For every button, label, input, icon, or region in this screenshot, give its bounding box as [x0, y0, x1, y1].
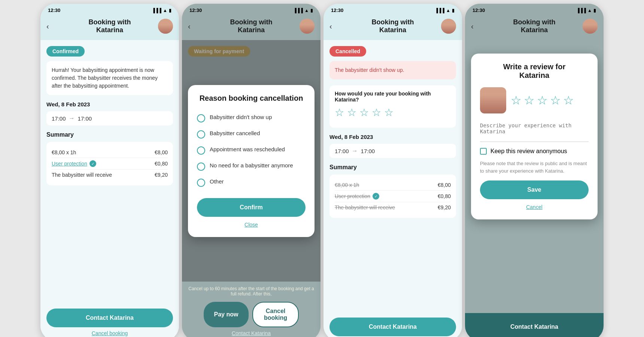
confirm-button[interactable]: Confirm [197, 198, 306, 217]
signal-icon-3: ▐▐▐ [435, 8, 445, 13]
close-link[interactable]: Close [244, 222, 258, 228]
radio-option-4[interactable]: No need for a babysitter anymore [197, 158, 306, 174]
header-2: ‹ Booking withKatarina [182, 15, 321, 40]
phone-screen-2: 12:30 ▐▐▐ ▲ ▮ ‹ Booking withKatarina Wai… [182, 4, 321, 337]
star-2-3[interactable]: ☆ [347, 106, 356, 119]
phone-screen-3: 12:30 ▐▐▐ ▲ ▮ ‹ Booking withKatarina Can… [323, 4, 462, 337]
review-star-4[interactable]: ☆ [550, 93, 561, 107]
time-to-1: 17:00 [78, 115, 92, 122]
summary-row-3a: €8,00 x 1h €8,00 [335, 180, 451, 190]
back-button-2[interactable]: ‹ [188, 22, 191, 31]
review-star-3[interactable]: ☆ [537, 93, 548, 107]
radio-label-1: Babysitter didn't show up [210, 114, 272, 120]
summary-label-3b: User protection [335, 193, 370, 199]
time-from-1: 17:00 [52, 115, 66, 122]
summary-value-3a: €8,00 [438, 182, 451, 188]
signal-icon-2: ▐▐▐ [294, 8, 303, 13]
anonymous-label: Keep this review anonymous [490, 148, 567, 155]
star-1-3[interactable]: ☆ [335, 106, 344, 119]
radio-option-2[interactable]: Babysitter cancelled [197, 126, 306, 142]
anonymous-checkbox[interactable] [480, 148, 487, 155]
summary-row-1c: The babysitter will receive €9,20 [52, 169, 168, 180]
save-review-button[interactable]: Save [480, 180, 589, 199]
summary-label-3a: €8,00 x 1h [335, 182, 359, 188]
back-button-1[interactable]: ‹ [46, 22, 49, 31]
time-3: 12:30 [331, 7, 343, 13]
check-icon-1: ✓ [89, 160, 96, 167]
avatar-4 [583, 19, 598, 34]
radio-circle-2 [197, 130, 205, 139]
star-4-3[interactable]: ☆ [372, 106, 381, 119]
contact-katarina-button-3[interactable]: Contact Katarina [329, 318, 456, 336]
radio-option-3[interactable]: Appointment was rescheduled [197, 142, 306, 158]
info-text-1: Hurrah! Your babysitting appointment is … [52, 67, 158, 89]
battery-icon-4: ▮ [593, 8, 596, 13]
battery-icon: ▮ [169, 8, 171, 13]
footer-buttons-2: Pay now Cancel booking [204, 302, 299, 327]
status-icons-3: ▐▐▐ ▲ ▮ [435, 8, 455, 13]
radio-option-1[interactable]: Babysitter didn't show up [197, 110, 306, 126]
cancel-booking-link-1[interactable]: Cancel booking [92, 330, 128, 336]
footer-3: Contact Katarina [323, 313, 462, 337]
date-label-3: Wed, 8 Feb 2023 [329, 134, 456, 140]
contact-katarina-button-1[interactable]: Contact Katarina [46, 309, 173, 327]
phone-screen-1: 12:30 ▐▐▐ ▲ ▮ ‹ Booking withKatarina Con… [40, 4, 179, 337]
footer-4: Contact Katarina [465, 313, 604, 337]
summary-title-3: Summary [329, 164, 456, 171]
time-from-3: 17:00 [335, 148, 349, 154]
summary-label-1a: €8,00 x 1h [52, 149, 76, 155]
review-star-5[interactable]: ☆ [563, 93, 574, 107]
user-protection-3b: User protection ✓ [335, 193, 379, 200]
wifi-icon: ▲ [163, 8, 167, 13]
wifi-icon-3: ▲ [446, 8, 450, 13]
cancel-booking-button-2[interactable]: Cancel booking [252, 302, 299, 327]
header-title-1: Booking withKatarina [89, 18, 131, 34]
phone-screen-4: 12:30 ▐▐▐ ▲ ▮ ‹ Booking withKatarina Wri… [465, 4, 604, 337]
pay-now-button[interactable]: Pay now [204, 302, 249, 327]
summary-label-3c: The babysitter will receive [335, 204, 395, 210]
status-icons-1: ▐▐▐ ▲ ▮ [152, 8, 171, 13]
time-4: 12:30 [473, 7, 485, 13]
content-1: Confirmed Hurrah! Your babysitting appoi… [40, 40, 179, 304]
star-5-3[interactable]: ☆ [384, 106, 394, 119]
header-1: ‹ Booking withKatarina [40, 15, 179, 40]
radio-option-5[interactable]: Other [197, 174, 306, 191]
summary-value-1a: €8,00 [155, 149, 168, 155]
signal-icon: ▐▐▐ [152, 8, 162, 13]
stars-row-3[interactable]: ☆ ☆ ☆ ☆ ☆ [335, 106, 451, 119]
content-2: Waiting for payment Reason booking cance… [182, 40, 321, 282]
status-bar-1: 12:30 ▐▐▐ ▲ ▮ [40, 4, 179, 15]
summary-row-1a: €8,00 x 1h €8,00 [52, 147, 168, 158]
signal-icon-4: ▐▐▐ [577, 8, 586, 13]
wifi-icon-2: ▲ [304, 8, 309, 13]
avatar-1 [158, 19, 173, 34]
review-star-1[interactable]: ☆ [511, 93, 522, 107]
back-button-4[interactable]: ‹ [471, 22, 474, 31]
review-avatar [480, 87, 506, 113]
modal-actions: Confirm Close [197, 198, 306, 228]
summary-value-3c: €9,20 [438, 204, 451, 210]
summary-value-3b: €0,80 [438, 193, 451, 199]
header-title-3: Booking withKatarina [372, 18, 414, 34]
summary-row-1b: User protection ✓ €0,80 [52, 158, 168, 169]
review-textarea[interactable] [480, 119, 589, 142]
summary-label-1c: The babysitter will receive [52, 172, 112, 178]
modal-title-2: Reason booking cancellation [197, 94, 306, 103]
time-to-3: 17:00 [361, 148, 375, 154]
battery-icon-2: ▮ [310, 8, 313, 13]
user-protection-link-1[interactable]: User protection ✓ [52, 160, 96, 167]
battery-icon-3: ▮ [452, 8, 455, 13]
contact-katarina-button-4[interactable]: Contact Katarina [471, 318, 598, 336]
review-star-2[interactable]: ☆ [524, 93, 535, 107]
cancel-review-link[interactable]: Cancel [526, 204, 543, 210]
arrow-icon-3: → [352, 148, 358, 154]
star-3-3[interactable]: ☆ [359, 106, 369, 119]
radio-circle-1 [197, 114, 205, 122]
contact-katarina-link-2[interactable]: Contact Katarina [232, 330, 271, 336]
review-stars-row[interactable]: ☆ ☆ ☆ ☆ ☆ [511, 93, 574, 107]
time-1: 12:30 [48, 7, 60, 13]
footer-2: Cancel up to 60 minutes after the start … [182, 282, 321, 337]
radio-label-4: No need for a babysitter anymore [210, 162, 293, 168]
error-card-3: The babysitter didn't show up. [329, 61, 456, 79]
back-button-3[interactable]: ‹ [329, 22, 332, 31]
